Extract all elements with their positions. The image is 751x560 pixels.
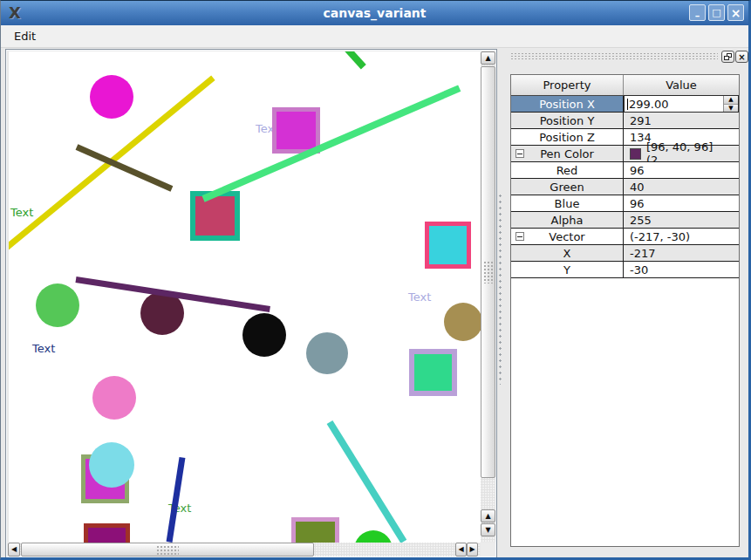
minimize-icon: –	[695, 11, 700, 21]
property-value: [96, 40, 96] (2…	[624, 146, 739, 161]
canvas-rect[interactable]	[190, 191, 240, 241]
canvas-line[interactable]	[201, 85, 461, 201]
property-label: Position Y	[511, 113, 624, 128]
property-label: Position X	[511, 96, 624, 112]
canvas[interactable]: TextTextTextTextText	[9, 51, 481, 543]
property-row-position-x[interactable]: Position X299.00▲▼	[511, 96, 739, 113]
canvas-circle[interactable]	[444, 303, 481, 341]
dock-close-button[interactable]: ×	[735, 51, 748, 63]
window-controls: – □ ×	[689, 4, 744, 21]
property-label: Vector	[511, 229, 624, 244]
property-row-pen-color[interactable]: Pen Color[96, 40, 96] (2…	[511, 146, 739, 162]
property-row-red[interactable]: Red96	[511, 162, 739, 179]
property-value: 40	[624, 179, 739, 195]
canvas-label-text[interactable]: Text	[10, 207, 33, 218]
thumb-grip-icon	[483, 261, 493, 283]
horizontal-scrollbar-thumb[interactable]	[21, 543, 314, 557]
property-value: -217	[624, 245, 739, 261]
scroll-up-button-bottom[interactable]: ▲	[481, 509, 495, 522]
property-label: Green	[511, 179, 624, 195]
canvas-line[interactable]	[345, 51, 366, 70]
property-row-position-y[interactable]: Position Y291	[511, 113, 739, 129]
scroll-down-button[interactable]: ▼	[481, 523, 495, 536]
close-icon: ×	[738, 52, 745, 62]
property-row-blue[interactable]: Blue96	[511, 195, 739, 212]
collapse-expander[interactable]	[515, 232, 524, 241]
canvas-label-text[interactable]: Text	[408, 291, 431, 303]
spin-up-button[interactable]: ▲	[724, 96, 738, 105]
arrow-down-icon: ▼	[485, 527, 490, 534]
canvas-circle[interactable]	[92, 376, 136, 420]
canvas-label-text[interactable]: Text	[32, 343, 55, 354]
property-value: 255	[624, 212, 739, 228]
canvas-rect[interactable]	[409, 349, 457, 396]
close-button[interactable]: ×	[727, 4, 744, 21]
canvas-circle[interactable]	[354, 530, 393, 543]
scroll-left-button[interactable]: ◀	[8, 543, 20, 557]
arrow-up-icon: ▲	[485, 55, 490, 62]
maximize-button[interactable]: □	[708, 4, 725, 21]
float-icon	[724, 53, 732, 60]
property-label: Blue	[511, 195, 624, 211]
canvas-circle[interactable]	[36, 283, 79, 327]
canvas-line[interactable]	[167, 456, 186, 542]
property-label: Alpha	[511, 212, 624, 228]
property-table: Property Value Position X299.00▲▼Positio…	[510, 74, 740, 547]
scroll-up-button[interactable]: ▲	[481, 51, 495, 65]
canvas-rect[interactable]	[291, 517, 339, 543]
property-value: 96	[624, 195, 739, 211]
arrow-left-icon: ◀	[458, 546, 463, 553]
collapse-expander[interactable]	[515, 149, 524, 158]
window-title: canvas_variant	[1, 6, 748, 20]
vertical-scrollbar[interactable]: ▲ ▲ ▼	[481, 51, 495, 542]
property-table-header: Property Value	[511, 75, 739, 96]
property-label: Red	[511, 162, 624, 178]
property-value: 299.00▲▼	[624, 96, 739, 112]
property-label: Position Z	[511, 129, 624, 145]
menu-item-edit[interactable]: Edit	[9, 28, 41, 44]
splitter-handle[interactable]	[498, 193, 503, 385]
canvas-circle[interactable]	[306, 332, 348, 374]
property-row-alpha[interactable]: Alpha255	[511, 212, 739, 229]
scrollbar-corner	[481, 543, 495, 557]
property-label: X	[511, 245, 624, 261]
column-header-property[interactable]: Property	[511, 75, 624, 95]
maximize-icon: □	[712, 8, 720, 17]
vertical-scrollbar-thumb[interactable]	[481, 66, 495, 478]
property-label: Y	[511, 262, 624, 277]
arrow-right-icon: ▶	[469, 546, 474, 553]
menubar: Edit	[1, 25, 748, 48]
titlebar: X canvas_variant – □ ×	[1, 1, 748, 25]
close-icon: ×	[731, 7, 741, 19]
property-row-x[interactable]: X-217	[511, 245, 739, 262]
arrow-left-icon: ◀	[11, 546, 17, 553]
thumb-grip-icon	[156, 545, 179, 555]
text-cursor	[627, 99, 628, 110]
scroll-right-button[interactable]: ▶	[467, 543, 478, 557]
property-row-y[interactable]: Y-30	[511, 262, 739, 278]
dock-titlebar[interactable]	[510, 52, 718, 61]
minimize-button[interactable]: –	[689, 4, 706, 21]
app-window: X canvas_variant – □ × Edit TextTextText…	[0, 0, 751, 560]
spin-down-button[interactable]: ▼	[724, 105, 738, 113]
property-value: 291	[624, 113, 739, 128]
canvas-circle[interactable]	[90, 75, 133, 119]
canvas-circle[interactable]	[242, 313, 286, 357]
horizontal-scrollbar[interactable]: ◀ ◀ ▶	[8, 543, 480, 557]
scroll-left-button-right[interactable]: ◀	[455, 543, 467, 557]
property-row-vector[interactable]: Vector(-217, -30)	[511, 229, 739, 245]
canvas-scroll-area: TextTextTextTextText ▲ ▲ ▼ ◀ ◀ ▶	[5, 49, 497, 558]
canvas-rect[interactable]	[84, 523, 130, 543]
property-value: -30	[624, 262, 739, 277]
property-row-green[interactable]: Green40	[511, 179, 739, 195]
position-x-spinbox[interactable]: 299.00▲▼	[624, 95, 739, 113]
arrow-up-icon: ▲	[485, 513, 490, 520]
canvas-rect[interactable]	[425, 222, 471, 269]
pen-color-swatch	[630, 148, 641, 160]
canvas-circle[interactable]	[89, 442, 134, 488]
property-value: 96	[624, 162, 739, 178]
dock-float-button[interactable]	[721, 51, 734, 63]
property-label: Pen Color	[511, 146, 624, 161]
property-value: (-217, -30)	[624, 229, 739, 244]
column-header-value[interactable]: Value	[624, 75, 739, 95]
